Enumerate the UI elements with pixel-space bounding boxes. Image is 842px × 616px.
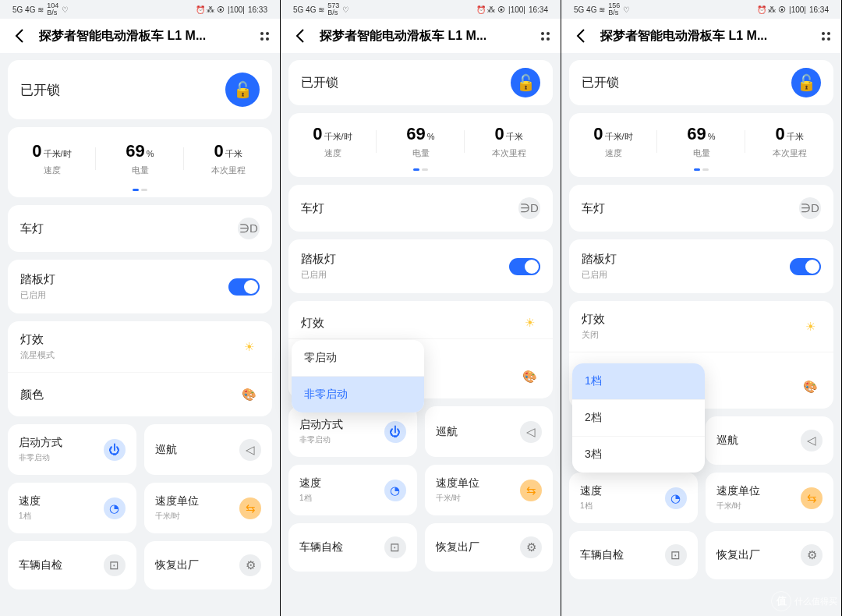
- card-factory-reset[interactable]: 恢复出厂⚙: [144, 541, 273, 589]
- popup-item-nonzero-start[interactable]: 非零启动: [292, 377, 424, 412]
- row-decklight[interactable]: 踏板灯已启用: [569, 239, 833, 293]
- lock-button[interactable]: 🔓: [511, 68, 540, 97]
- stat-trip: 0千米本次里程: [184, 141, 272, 176]
- stats-card[interactable]: 0千米/时速度 69%电量 0千米本次里程: [288, 113, 553, 177]
- menu-icon[interactable]: [541, 32, 550, 41]
- nav-icon: ◁: [239, 439, 261, 461]
- nav-icon: ◁: [801, 430, 823, 451]
- lock-card[interactable]: 已开锁 🔓: [288, 60, 553, 105]
- unlock-icon: 🔓: [233, 80, 253, 99]
- clock: 16:33: [248, 5, 267, 14]
- row-headlight[interactable]: 车灯∋D: [569, 185, 833, 232]
- menu-icon[interactable]: [260, 32, 269, 41]
- card-factory-reset[interactable]: 恢复出厂⚙: [706, 531, 834, 579]
- row-decklight[interactable]: 踏板灯已启用: [8, 260, 272, 313]
- speed-gear-popup: 1档 2档 3档: [572, 363, 705, 473]
- gauge-icon: ◔: [104, 497, 126, 519]
- decklight-toggle[interactable]: [228, 278, 260, 296]
- card-diagnostic[interactable]: 车辆自检⊡: [569, 531, 698, 579]
- card-speed[interactable]: 速度1档◔: [8, 483, 136, 533]
- swap-icon: ⇆: [801, 487, 823, 509]
- stats-card[interactable]: 0千米/时速度 69%电量 0千米本次里程: [8, 127, 272, 197]
- card-cruise[interactable]: 巡航◁: [425, 406, 554, 457]
- card-start-mode[interactable]: 启动方式非零启动⏻: [288, 406, 417, 457]
- power-icon: ⏻: [384, 421, 406, 443]
- card-start-mode[interactable]: 启动方式非零启动⏻: [8, 424, 136, 475]
- swap-icon: ⇆: [239, 497, 261, 519]
- nav-bar: 探梦者智能电动滑板车 L1 M...: [281, 19, 561, 53]
- row-color[interactable]: 颜色 🎨: [8, 372, 272, 416]
- power-icon: ⏻: [104, 439, 126, 461]
- unlock-icon: 🔓: [797, 73, 816, 92]
- lock-button[interactable]: 🔓: [791, 68, 821, 97]
- nav-icon: ◁: [520, 421, 542, 443]
- gauge-icon: ◔: [384, 480, 406, 501]
- sun-icon: ☀: [799, 316, 821, 338]
- row-decklight[interactable]: 踏板灯已启用: [288, 239, 553, 293]
- headlight-icon: ∋D: [799, 197, 821, 219]
- watermark-icon: 值: [771, 591, 791, 611]
- lock-card[interactable]: 已开锁 🔓: [569, 60, 833, 105]
- popup-item-zero-start[interactable]: 零启动: [292, 340, 424, 377]
- screenshot-3: 5G 4G ≋156B/s♡ ⏰ ⁂ ⦿|100|16:34 探梦者智能电动滑板…: [561, 0, 841, 616]
- battery: |100|: [228, 5, 245, 14]
- status-bar: 5G 4G ≋156B/s♡ ⏰ ⁂ ⦿|100|16:34: [561, 0, 841, 19]
- page-title: 探梦者智能电动滑板车 L1 M...: [600, 28, 812, 44]
- inspect-icon: ⊡: [665, 544, 687, 566]
- row-light-effect[interactable]: 灯效流星模式 ☀: [8, 321, 272, 372]
- card-factory-reset[interactable]: 恢复出厂⚙: [425, 523, 554, 572]
- nav-bar: 探梦者智能电动滑板车 L1 M...: [0, 19, 280, 53]
- card-diagnostic[interactable]: 车辆自检⊡: [288, 523, 417, 572]
- inspect-icon: ⊡: [384, 536, 406, 558]
- menu-icon[interactable]: [822, 32, 830, 41]
- stat-battery: 69%电量: [96, 141, 184, 176]
- card-speed-unit[interactable]: 速度单位千米/时⇆: [706, 473, 834, 523]
- headlight-icon: ∋D: [238, 218, 260, 239]
- gear-icon: ⚙: [239, 554, 261, 576]
- card-cruise[interactable]: 巡航◁: [706, 416, 834, 465]
- back-icon[interactable]: [292, 27, 310, 45]
- card-speed[interactable]: 速度1档◔: [569, 473, 698, 523]
- back-icon[interactable]: [11, 27, 30, 45]
- page-title: 探梦者智能电动滑板车 L1 M...: [39, 28, 251, 44]
- popup-item-gear-3[interactable]: 3档: [572, 437, 705, 473]
- card-diagnostic[interactable]: 车辆自检⊡: [8, 541, 136, 589]
- stats-card[interactable]: 0千米/时速度 69%电量 0千米本次里程: [569, 113, 833, 177]
- card-speed-unit[interactable]: 速度单位千米/时⇆: [425, 465, 554, 515]
- row-light-effect[interactable]: 灯效关闭☀: [569, 301, 833, 352]
- row-light-effect[interactable]: 灯效☀: [288, 301, 553, 338]
- pager: [8, 189, 272, 197]
- row-headlight[interactable]: 车灯∋D: [288, 185, 553, 232]
- watermark: 值 什么值得买: [771, 591, 837, 611]
- popup-item-gear-1[interactable]: 1档: [572, 363, 705, 400]
- page-title: 探梦者智能电动滑板车 L1 M...: [320, 28, 532, 44]
- popup-item-gear-2[interactable]: 2档: [572, 400, 705, 437]
- lock-button[interactable]: 🔓: [225, 73, 260, 107]
- status-bar: 5G 4G ≋573B/s♡ ⏰ ⁂ ⦿|100|16:34: [281, 0, 561, 19]
- status-icons: ⏰ ⁂ ⦿: [196, 5, 225, 14]
- unlock-icon: 🔓: [516, 73, 536, 92]
- decklight-toggle[interactable]: [790, 258, 821, 275]
- inspect-icon: ⊡: [104, 554, 126, 576]
- headlight-icon: ∋D: [518, 197, 540, 219]
- nav-bar: 探梦者智能电动滑板车 L1 M...: [561, 19, 841, 53]
- network-icons: 5G 4G ≋: [12, 5, 44, 14]
- lock-card[interactable]: 已开锁 🔓: [8, 60, 272, 119]
- sun-icon: ☀: [518, 312, 540, 334]
- heart-icon: ♡: [62, 5, 69, 14]
- row-headlight[interactable]: 车灯 ∋D: [8, 205, 272, 252]
- gauge-icon: ◔: [665, 487, 687, 509]
- decklight-toggle[interactable]: [509, 258, 540, 275]
- lock-label: 已开锁: [20, 81, 60, 99]
- screenshot-1: 5G 4G ≋ 104B/s ♡ ⏰ ⁂ ⦿ |100| 16:33 探梦者智能…: [0, 0, 280, 616]
- watermark-text: 什么值得买: [794, 596, 837, 607]
- gear-icon: ⚙: [520, 536, 542, 558]
- card-speed[interactable]: 速度1档◔: [288, 465, 417, 515]
- back-icon[interactable]: [572, 27, 591, 45]
- swap-icon: ⇆: [520, 480, 542, 501]
- start-mode-popup: 零启动 非零启动: [292, 340, 424, 412]
- card-speed-unit[interactable]: 速度单位千米/时⇆: [144, 483, 273, 533]
- card-cruise[interactable]: 巡航◁: [144, 424, 273, 475]
- status-bar: 5G 4G ≋ 104B/s ♡ ⏰ ⁂ ⦿ |100| 16:33: [0, 0, 280, 19]
- palette-icon: 🎨: [799, 376, 821, 398]
